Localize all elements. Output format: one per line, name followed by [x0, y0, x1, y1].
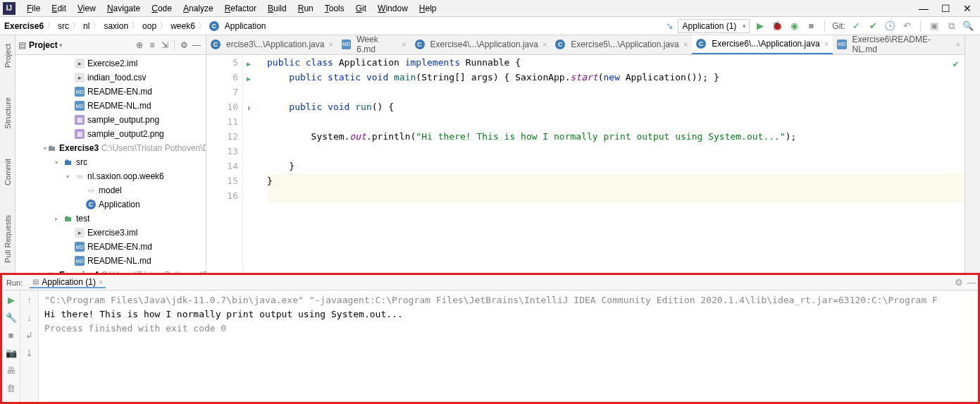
menu-analyze[interactable]: Analyze [178, 2, 219, 15]
tree-arrow-icon[interactable]: ▸ [55, 216, 62, 222]
tab-close-icon[interactable]: × [328, 40, 333, 49]
tree-item[interactable]: MDREADME-NL.md [15, 99, 206, 113]
breadcrumb-item[interactable]: Exercise6 [4, 21, 44, 31]
delete-icon[interactable]: 🗑 [6, 383, 15, 393]
project-tree[interactable]: ▸Exercise2.iml▸indian_food.csvMDREADME-E… [15, 55, 206, 273]
breadcrumb-item[interactable]: saxion [104, 21, 128, 31]
menu-refactor[interactable]: Refactor [219, 2, 262, 15]
code-content[interactable]: public class Application implements Runn… [243, 55, 965, 273]
coverage-button[interactable]: ◉ [788, 20, 800, 32]
editor-tab[interactable]: CExercise5\...\Application.java× [551, 35, 692, 55]
debug-button[interactable]: 🐞 [771, 20, 783, 32]
tree-item[interactable]: ▸Exercise2.iml [15, 56, 206, 71]
menu-run[interactable]: Run [292, 2, 319, 15]
editor-tab[interactable]: MDWeek 6.md× [337, 35, 411, 55]
configure-icon[interactable]: 🔧 [6, 312, 17, 323]
menu-build[interactable]: Build [262, 2, 292, 15]
tab-close-icon[interactable]: × [956, 40, 960, 49]
tree-item[interactable]: ▸indian_food.csv [15, 71, 206, 85]
hide-panel-icon[interactable]: — [191, 39, 202, 51]
tree-item[interactable]: MDREADME-EN.md [15, 240, 206, 254]
menu-navigate[interactable]: Navigate [101, 2, 146, 15]
dump-icon[interactable]: 📷 [6, 348, 17, 358]
tool-project[interactable]: Project [4, 39, 12, 72]
scroll-end-icon[interactable]: ⤓ [25, 348, 33, 358]
ide-settings-icon[interactable]: ▣ [928, 20, 941, 32]
minimize-button[interactable]: — [919, 3, 929, 14]
stop-button[interactable]: ■ [805, 20, 817, 32]
tab-close-icon[interactable]: × [824, 39, 829, 48]
tree-item[interactable]: MDREADME-EN.md [15, 85, 206, 99]
tree-item[interactable]: ▸🖿test [15, 212, 206, 226]
tree-item[interactable]: ▦sample_output.png [15, 113, 206, 127]
stop-run-icon[interactable]: ■ [8, 330, 14, 341]
search-icon[interactable]: 🔍 [962, 20, 974, 32]
build-icon[interactable]: ↘ [666, 20, 674, 31]
breadcrumb-item[interactable]: nl [83, 21, 89, 31]
gutter-override-icon[interactable]: ⬆ [247, 101, 251, 116]
menu-window[interactable]: Window [372, 2, 414, 15]
tool-structure[interactable]: Structure [4, 93, 12, 133]
menu-git[interactable]: Git [350, 2, 372, 15]
expand-all-icon[interactable]: ≡ [147, 39, 158, 51]
run-tab[interactable]: ▤ Application (1) × [30, 277, 106, 288]
tool-commit[interactable]: Commit [4, 154, 12, 190]
tab-close-icon[interactable]: × [402, 40, 406, 49]
git-history-icon[interactable]: 🕓 [883, 20, 896, 32]
git-label: Git: [832, 21, 845, 31]
rerun-icon[interactable]: ▶ [8, 295, 15, 305]
tab-close-icon[interactable]: × [683, 40, 688, 49]
up-icon[interactable]: ↑ [27, 295, 32, 305]
tree-item[interactable]: ▾🖿src [15, 155, 206, 169]
print-icon[interactable]: 🖶 [6, 365, 15, 376]
editor-tab[interactable]: MDExercise6\README-NL.md× [833, 35, 965, 55]
down-icon[interactable]: ↓ [27, 312, 32, 323]
gutter-run-icon[interactable]: ▶ [247, 71, 251, 86]
editor-tab[interactable]: CExercise4\...\Application.java× [411, 35, 552, 55]
console-output[interactable]: "C:\Program Files\Java\jdk-11.0.7\bin\ja… [39, 290, 978, 402]
git-commit-icon[interactable]: ✔ [867, 20, 879, 32]
breadcrumb-item[interactable]: oop [142, 21, 156, 31]
run-config-selector[interactable]: Application (1) [678, 19, 750, 33]
tree-item[interactable]: ▸Exercise3.iml [15, 226, 206, 240]
tree-item[interactable]: ▾🖿Exercise3C:\Users\Tristan Pothoven\Doc… [15, 141, 206, 155]
tree-item[interactable]: ▦sample_output2.png [15, 127, 206, 141]
run-settings-icon[interactable]: ⚙ [953, 276, 965, 289]
tree-arrow-icon[interactable]: ▾ [66, 173, 73, 180]
close-button[interactable]: ✕ [963, 3, 972, 14]
search-everywhere-icon[interactable]: ⧉ [945, 20, 957, 32]
soft-wrap-icon[interactable]: ↲ [25, 330, 33, 341]
tree-item[interactable]: MDREADME-NL.md [15, 254, 206, 268]
tree-item[interactable]: ▾▭nl.saxion.oop.week6 [15, 169, 206, 183]
git-revert-icon[interactable]: ↶ [900, 20, 913, 32]
editor-area[interactable]: 5▶6▶710⬆111213141516 public class Applic… [206, 55, 965, 273]
tool-pull-requests[interactable]: Pull Requests [4, 211, 12, 267]
menu-help[interactable]: Help [414, 2, 442, 15]
breadcrumb-item[interactable]: Application [225, 21, 266, 31]
tree-item[interactable]: ▾🖿Exercise4C:\Users\Tristan Pothoven\Doc… [15, 268, 206, 273]
menu-tools[interactable]: Tools [319, 2, 350, 15]
maximize-button[interactable]: ☐ [941, 3, 950, 14]
breadcrumb-item[interactable]: src [58, 21, 69, 31]
editor-tab[interactable]: CExercise6\...\Application.java× [692, 35, 833, 55]
menu-edit[interactable]: Edit [46, 2, 72, 15]
tab-close-icon[interactable]: × [542, 40, 547, 49]
gutter-run-icon[interactable]: ▶ [247, 56, 251, 71]
menu-view[interactable]: View [72, 2, 101, 15]
menu-file[interactable]: File [21, 2, 46, 15]
collapse-all-icon[interactable]: ⇲ [159, 39, 170, 51]
run-hide-icon[interactable]: — [965, 276, 978, 289]
tree-arrow-icon[interactable]: ▾ [55, 159, 62, 166]
editor-tab[interactable]: Cercise3\...\Application.java× [206, 35, 337, 55]
tree-item[interactable]: CApplication [15, 197, 206, 212]
run-button[interactable]: ▶ [754, 20, 767, 32]
gear-icon[interactable]: ⚙ [178, 39, 190, 51]
locate-icon[interactable]: ⊕ [134, 39, 145, 51]
run-tab-close-icon[interactable]: × [99, 278, 103, 286]
menu-code[interactable]: Code [146, 2, 178, 15]
breadcrumb-item[interactable]: week6 [170, 21, 195, 31]
inspection-ok-icon[interactable]: ✔ [953, 58, 959, 69]
tree-arrow-icon[interactable]: ▾ [44, 145, 46, 152]
tree-item[interactable]: ▭model [15, 183, 206, 197]
git-update-icon[interactable]: ✓ [850, 20, 862, 32]
